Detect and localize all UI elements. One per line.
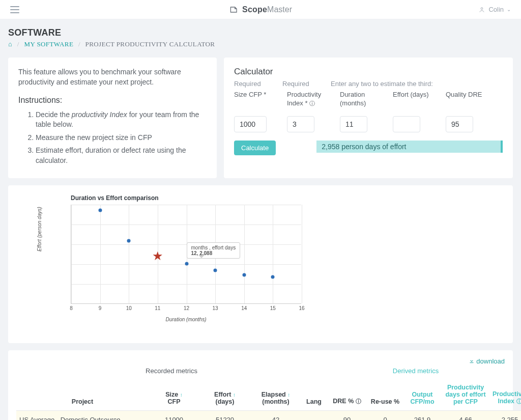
chart-point[interactable] <box>242 273 246 277</box>
effort-input[interactable] <box>393 116 420 132</box>
x-tick: 13 <box>213 305 218 311</box>
chart-title: Duration vs Effort comparison <box>71 194 159 202</box>
th-effort[interactable]: Effort ↕(days) <box>199 382 250 411</box>
cell-lang <box>301 410 327 420</box>
th-dre[interactable]: DRE % ⓘ <box>327 382 367 411</box>
label-quality: Quality DRE <box>446 91 493 110</box>
chart-point[interactable] <box>214 268 217 272</box>
cell-output: 261.9 <box>403 410 442 420</box>
col-group-recorded: Recorded metrics <box>16 367 327 375</box>
x-tick: 12 <box>184 305 189 311</box>
x-tick: 11 <box>155 305 160 311</box>
download-icon <box>469 358 475 364</box>
th-project[interactable]: Project <box>16 382 149 411</box>
th-reuse[interactable]: Re-use % <box>367 382 403 411</box>
svg-point-0 <box>481 7 483 9</box>
label-duration: Duration (months) <box>340 91 387 110</box>
th-pi[interactable]: Productivity Index ⓘ <box>489 382 521 411</box>
breadcrumb-current: PROJECT PRODUCTIVITY CALCULATOR <box>85 40 215 48</box>
brand-mark-icon <box>229 5 239 15</box>
label-size: Size CFP * <box>234 91 281 110</box>
instructions-list: Decide the productivity Index for your t… <box>18 110 207 166</box>
result-banner: 2,958 person days of effort <box>316 141 503 153</box>
instructions-heading: Instructions: <box>18 96 207 105</box>
x-tick: 9 <box>99 305 102 311</box>
cell-pdpcfp: 4.66 <box>442 410 489 420</box>
chart-card: Duration vs Effort comparison Effort (pe… <box>8 185 513 343</box>
chevron-down-icon: ⌄ <box>507 7 511 12</box>
cell-elapsed: 42 <box>250 410 301 420</box>
hint-required-2: Required <box>282 80 331 88</box>
x-tick: 15 <box>270 305 276 311</box>
instruction-step: Estimate effort, duration or defect rate… <box>36 146 207 165</box>
chart-point[interactable] <box>127 239 131 242</box>
chart-tooltip: months , effort days12, 2,088 <box>187 242 241 259</box>
quality-input[interactable] <box>446 116 473 132</box>
cell-size: 11000 <box>149 410 199 420</box>
chart-point[interactable] <box>185 262 188 265</box>
page-title: SOFTWARE <box>8 27 513 38</box>
calculate-button[interactable]: Calculate <box>234 141 276 155</box>
th-size[interactable]: Size ↕CFP <box>149 382 199 411</box>
x-tick: 14 <box>241 305 247 311</box>
sort-icon: ↕ <box>287 392 290 398</box>
chart-y-axis-label: Effort (person days) <box>37 207 42 251</box>
chart-selected-star[interactable]: ★ <box>152 250 163 262</box>
th-lang[interactable]: Lang <box>301 382 327 411</box>
th-elapsed[interactable]: Elapsed ↕(months) <box>250 382 301 411</box>
info-icon[interactable]: ⓘ <box>516 398 521 404</box>
scatter-chart[interactable]: 8910111213141516★months , effort days12,… <box>71 205 301 304</box>
topbar: ScopeMaster Colin ⌄ <box>0 0 521 19</box>
info-icon[interactable]: ⓘ <box>356 398 361 404</box>
productivity-index-input[interactable] <box>287 116 314 132</box>
metrics-table: Project Size ↕CFP Effort ↕(days) Elapsed… <box>16 382 521 420</box>
th-output[interactable]: OutputCFP/mo <box>403 382 442 411</box>
intro-blurb: This feature allows you to benchmark you… <box>18 67 207 88</box>
calculator-title: Calculator <box>234 67 503 77</box>
brand-name-bold: Scope <box>242 5 267 14</box>
chart-point[interactable] <box>271 275 275 279</box>
cell-pi: 2.255 <box>489 410 521 420</box>
metrics-table-card: download Recorded metrics Derived metric… <box>8 350 513 420</box>
label-effort: Effort (days) <box>393 91 440 110</box>
x-tick: 10 <box>126 305 132 311</box>
info-icon[interactable]: ⓘ <box>307 100 314 106</box>
hint-required-1: Required <box>234 80 282 88</box>
download-link[interactable]: download <box>16 357 505 365</box>
user-name: Colin <box>488 6 504 13</box>
cell-effort: 51220 <box>199 410 250 420</box>
project-name: US Average - Domestic Outsource <box>19 416 146 420</box>
breadcrumb-my-software[interactable]: MY SOFTWARE <box>24 40 74 48</box>
col-group-derived: Derived metrics <box>327 367 505 375</box>
th-pdpcfp[interactable]: Productivity days of effort per CFP <box>442 382 489 411</box>
chart-x-axis-label: Duration (months) <box>71 317 301 322</box>
x-tick: 8 <box>70 305 73 311</box>
intro-card: This feature allows you to benchmark you… <box>8 58 217 178</box>
menu-toggle-icon[interactable] <box>10 6 19 13</box>
x-tick: 16 <box>299 305 304 311</box>
brand-logo: ScopeMaster <box>229 5 292 15</box>
duration-input[interactable] <box>340 116 367 132</box>
breadcrumb: ⌂ / MY SOFTWARE / PROJECT PRODUCTIVITY C… <box>8 40 513 48</box>
table-row[interactable]: US Average - Domestic Outsource 10,000 F… <box>16 410 521 420</box>
label-pi: Productivity Index * ⓘ <box>287 91 334 110</box>
brand-name-light: Master <box>267 5 292 14</box>
instruction-step: Decide the productivity Index for your t… <box>36 110 207 130</box>
home-icon[interactable]: ⌂ <box>8 40 12 48</box>
calculator-card: Calculator Required Required Enter any t… <box>224 58 513 178</box>
chart-point[interactable] <box>98 208 102 212</box>
cell-reuse: 0 <box>367 410 403 420</box>
cell-dre: 90 <box>327 410 367 420</box>
sort-icon: ↕ <box>233 392 236 398</box>
size-input[interactable] <box>234 116 267 132</box>
user-icon <box>478 6 485 13</box>
sort-icon: ↕ <box>180 392 183 398</box>
instruction-step: Measure the new project size in CFP <box>36 133 207 143</box>
user-menu[interactable]: Colin ⌄ <box>478 6 511 13</box>
hint-any-two: Enter any two to estimate the third: <box>331 80 503 88</box>
